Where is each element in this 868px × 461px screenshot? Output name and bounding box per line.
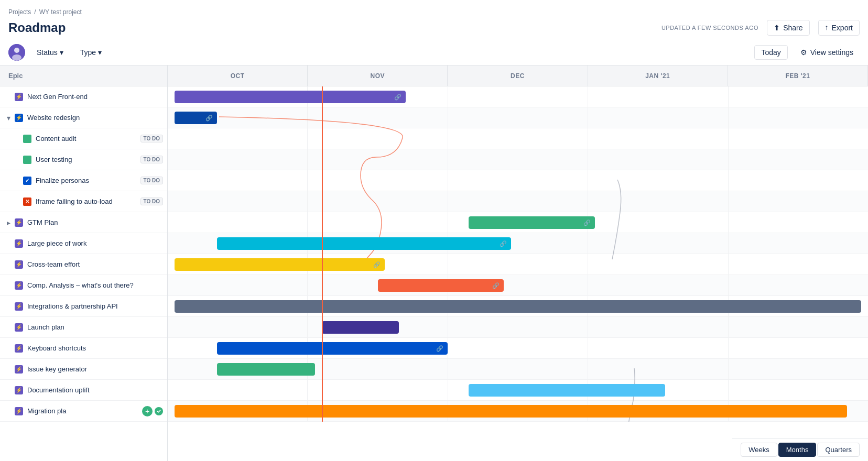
expand-placeholder [13, 135, 21, 143]
expand-placeholder [4, 386, 13, 394]
breadcrumb: Projects / WY test project [8, 4, 860, 18]
gantt-bar[interactable] [322, 321, 399, 334]
list-item[interactable]: Content audit TO DO [0, 128, 167, 149]
item-label: User testing [36, 156, 136, 163]
gantt-bar[interactable] [175, 405, 847, 418]
svg-point-1 [14, 48, 19, 53]
item-label: GTM Plan [27, 218, 163, 226]
gantt-row [168, 296, 868, 317]
expand-button[interactable]: ▾ [4, 114, 13, 122]
epic-icon: ⚡ [15, 260, 23, 269]
type-filter[interactable]: Type ▾ [75, 46, 107, 59]
status-dot [155, 407, 163, 415]
item-label: Website redesign [27, 114, 163, 122]
gantt-bar[interactable]: 🔗 [378, 279, 504, 292]
gantt-bar[interactable] [217, 363, 315, 376]
gantt-row [168, 149, 868, 170]
epic-icon: ⚡ [15, 302, 23, 311]
gantt-row: 🔗 [168, 86, 868, 107]
item-label: Launch plan [27, 323, 163, 331]
today-button[interactable]: Today [754, 45, 787, 60]
status-filter[interactable]: Status ▾ [31, 46, 69, 59]
list-item[interactable]: ⚡ Cross-team effort [0, 254, 167, 275]
gantt-row: 🔗 [168, 212, 868, 233]
export-label: Export [832, 24, 853, 32]
month-header: OCT NOV DEC JAN '21 FEB '21 [168, 65, 868, 86]
list-item[interactable]: User testing TO DO [0, 149, 167, 170]
type-filter-label: Type [80, 48, 96, 57]
item-label: Large piece of work [27, 239, 163, 247]
breadcrumb-sep: / [34, 8, 36, 16]
epic-icon: ⚡ [15, 365, 23, 374]
epic-icon: ⚡ [15, 386, 23, 394]
list-item[interactable]: ⚡ Launch plan [0, 317, 167, 338]
gantt-row: 🔗 [168, 275, 868, 296]
bottom-toolbar: Weeks Months Quarters [732, 438, 868, 461]
status-badge: TO DO [140, 197, 163, 205]
breadcrumb-project: WY test project [39, 8, 82, 16]
item-label: Keyboard shortcuts [27, 344, 163, 352]
chevron-down-icon2: ▾ [98, 48, 102, 57]
list-item[interactable]: ⚡ Next Gen Front-end [0, 86, 167, 107]
add-item-button[interactable]: + [142, 406, 153, 416]
gantt-bar[interactable] [469, 384, 665, 397]
expand-placeholder [4, 260, 13, 269]
item-label: Issue key generator [27, 365, 163, 373]
export-icon: ↑ [825, 23, 829, 31]
expand-placeholder [13, 156, 21, 164]
gantt-row [168, 401, 868, 422]
item-label: Integrations & partnership API [27, 302, 163, 310]
expand-placeholder [4, 407, 13, 415]
list-item[interactable]: ⚡ Keyboard shortcuts [0, 338, 167, 359]
expand-placeholder [4, 365, 13, 374]
item-label: Migration pla [27, 407, 139, 415]
quarters-button[interactable]: Quarters [817, 443, 860, 457]
breadcrumb-projects[interactable]: Projects [8, 8, 31, 16]
share-icon: ⬆ [774, 24, 780, 32]
list-item[interactable]: ▾ ⚡ Website redesign [0, 107, 167, 128]
avatar[interactable] [8, 44, 25, 61]
expand-placeholder [4, 323, 13, 332]
gantt-row: 🔗 [168, 107, 868, 128]
gantt-bar[interactable]: 🔗 [175, 258, 385, 271]
epic-icon: ⚡ [15, 239, 23, 248]
list-item[interactable]: ⚡ Migration pla + [0, 401, 167, 422]
month-oct: OCT [168, 65, 308, 86]
view-settings-button[interactable]: ⚙ View settings [794, 46, 860, 59]
month-nov: NOV [308, 65, 448, 86]
gantt-row [168, 128, 868, 149]
gantt-bar[interactable] [175, 300, 861, 313]
gantt-row [168, 191, 868, 212]
epic-icon: ⚡ [15, 281, 23, 290]
gantt-bar[interactable]: 🔗 [175, 112, 216, 124]
task-icon: ✓ [23, 177, 31, 185]
months-button[interactable]: Months [778, 443, 817, 457]
gantt-row: 🔗 [168, 338, 868, 359]
epic-icon: ⚡ [15, 218, 23, 227]
list-item[interactable]: ⚡ Large piece of work [0, 233, 167, 254]
gantt-bar[interactable]: 🔗 [217, 342, 448, 355]
list-item[interactable]: ✕ Iframe failing to auto-load TO DO [0, 191, 167, 212]
list-item[interactable]: ⚡ Comp. Analysis – what's out there? [0, 275, 167, 296]
col-header: Epic [0, 65, 167, 86]
list-item[interactable]: ▸ ⚡ GTM Plan [0, 212, 167, 233]
expand-placeholder [4, 344, 13, 353]
gantt-bar[interactable]: 🔗 [217, 237, 511, 250]
list-item[interactable]: ⚡ Issue key generator [0, 359, 167, 380]
expand-placeholder [13, 177, 21, 185]
page-title: Roadmap [8, 20, 66, 35]
share-button[interactable]: ⬆ Share [767, 20, 809, 36]
gantt-row [168, 170, 868, 191]
gantt-row: 🔗 [168, 233, 868, 254]
gantt-row [168, 317, 868, 338]
chevron-down-icon: ▾ [60, 48, 63, 57]
weeks-button[interactable]: Weeks [741, 443, 777, 457]
export-button[interactable]: ↑ Export [818, 20, 860, 36]
list-item[interactable]: ⚡ Integrations & partnership API [0, 296, 167, 317]
gantt-bar[interactable]: 🔗 [469, 216, 594, 229]
list-item[interactable]: ✓ Finalize personas TO DO [0, 170, 167, 191]
expand-button[interactable]: ▸ [4, 218, 13, 227]
list-item[interactable]: ⚡ Documentation uplift [0, 380, 167, 401]
gantt-bar[interactable]: 🔗 [175, 91, 406, 103]
month-feb: FEB '21 [728, 65, 868, 86]
